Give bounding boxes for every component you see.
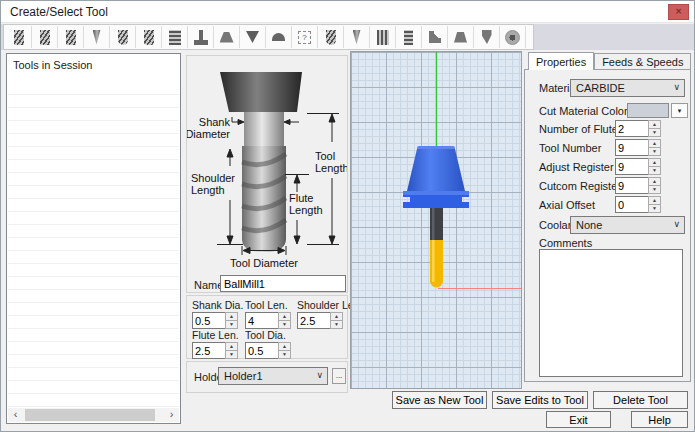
flute-len-input[interactable]: [192, 342, 225, 359]
tool-button-center-cutting-endmill[interactable]: [58, 26, 84, 48]
flute-len-stepper[interactable]: ▲▼: [192, 342, 238, 359]
axial-offset-stepper[interactable]: ▲▼: [615, 196, 661, 213]
tool-button-chamfer-mill[interactable]: [214, 26, 240, 48]
shoulder-len-down-icon[interactable]: ▼: [330, 321, 343, 329]
tool-button-ballnose-endmill[interactable]: [110, 26, 136, 48]
tool-shank: [430, 208, 443, 240]
tool-button-engraver[interactable]: [474, 26, 500, 48]
tool-button-flat-endmill[interactable]: [32, 26, 58, 48]
tool-button-dovetail-mill[interactable]: [448, 26, 474, 48]
scroll-right-icon[interactable]: ›: [164, 408, 179, 422]
cutcom-register-stepper[interactable]: ▲▼: [615, 177, 661, 194]
shank-dia-stepper[interactable]: ▲▼: [192, 312, 238, 329]
cutcom-register-down-icon[interactable]: ▼: [648, 186, 661, 194]
adjust-register-input[interactable]: [615, 158, 648, 175]
material-select[interactable]: CARBIDE: [570, 79, 685, 97]
create-select-tool-dialog: Create/Select Tool ✕ Tools in Session ‹ …: [0, 0, 695, 432]
tool-dia-stepper[interactable]: ▲▼: [245, 342, 291, 359]
exit-button[interactable]: Exit: [546, 411, 611, 428]
save-as-new-tool-button[interactable]: Save as New Tool: [392, 391, 487, 409]
tools-in-session-list[interactable]: Tools in Session ‹ ›: [6, 53, 181, 424]
comments-textarea[interactable]: [539, 249, 683, 377]
close-button[interactable]: ✕: [668, 4, 689, 20]
save-edits-to-tool-button[interactable]: Save Edits to Tool: [492, 391, 588, 409]
rough-endmill-icon: [14, 30, 24, 45]
flutes-down-icon[interactable]: ▼: [648, 129, 661, 137]
tool-flute-highlight: [432, 240, 435, 282]
tool-name-input[interactable]: [220, 275, 346, 292]
reamer-icon: [377, 30, 389, 45]
number-of-flutes-input[interactable]: [615, 120, 648, 137]
toolbar: [1, 24, 694, 50]
axial-offset-input[interactable]: [615, 196, 648, 213]
tool-button-corner-rounding[interactable]: [422, 26, 448, 48]
delete-tool-button[interactable]: Delete Tool: [593, 391, 688, 409]
tool-button-reamer[interactable]: [370, 26, 396, 48]
tool-button-custom-tool[interactable]: [292, 26, 318, 48]
tool-len-up-icon[interactable]: ▲: [278, 312, 291, 321]
adjust-register-up-icon[interactable]: ▲: [648, 158, 661, 167]
tool-button-face-mill[interactable]: [500, 26, 526, 48]
shank-dia-input[interactable]: [192, 312, 225, 329]
cut-material-color-dropdown[interactable]: ▾: [671, 103, 688, 118]
tab-properties[interactable]: Properties: [528, 52, 594, 70]
cut-material-color-swatch[interactable]: [627, 103, 669, 118]
tool-button-rough-endmill[interactable]: [6, 26, 32, 48]
shank-dia-down-icon[interactable]: ▼: [225, 321, 238, 329]
tool-button-bullnose-endmill[interactable]: [136, 26, 162, 48]
tool-button-radius-mill[interactable]: [266, 26, 292, 48]
tool-button-countersink[interactable]: [344, 26, 370, 48]
tool-number-input[interactable]: [615, 139, 648, 156]
shoulder-len-input[interactable]: [297, 312, 330, 329]
number-of-flutes-stepper[interactable]: ▲▼: [615, 120, 661, 137]
tool-len-stepper[interactable]: ▲▼: [245, 312, 291, 329]
flutes-up-icon[interactable]: ▲: [648, 120, 661, 129]
tool-button-t-slot-cutter[interactable]: [188, 26, 214, 48]
dimensions-group: Shank Dia. ▲▼ Tool Len. ▲▼ Shoulder Len.…: [186, 295, 348, 359]
tool-number-down-icon[interactable]: ▼: [648, 148, 661, 156]
tool-button-thread-mill[interactable]: [162, 26, 188, 48]
axial-offset-down-icon[interactable]: ▼: [648, 205, 661, 213]
tool-button-drill[interactable]: [84, 26, 110, 48]
flute-len-up-icon[interactable]: ▲: [225, 342, 238, 351]
tab-feeds-speeds[interactable]: Feeds & Speeds: [594, 53, 691, 70]
tool-3d-preview[interactable]: [350, 51, 522, 389]
scrollbar-thumb[interactable]: [25, 409, 155, 421]
tool-button-tapered-ballnose[interactable]: [318, 26, 344, 48]
bullnose-endmill-icon: [144, 30, 154, 45]
tool-len-down-icon[interactable]: ▼: [278, 321, 291, 329]
tool-dia-up-icon[interactable]: ▲: [278, 342, 291, 351]
tool-diagram-group: Shank Diameter Tool Length Shoulder Leng…: [186, 55, 348, 293]
tool-dia-input[interactable]: [245, 342, 278, 359]
flute-len-down-icon[interactable]: ▼: [225, 351, 238, 359]
tool-button-tap[interactable]: [396, 26, 422, 48]
shoulder-length-label-2: Length: [191, 184, 225, 196]
tools-list-rows[interactable]: [8, 82, 179, 407]
adjust-register-down-icon[interactable]: ▼: [648, 167, 661, 175]
holder-browse-button[interactable]: ...: [332, 368, 346, 384]
adjust-register-stepper[interactable]: ▲▼: [615, 158, 661, 175]
tool-len-input[interactable]: [245, 312, 278, 329]
shank-dia-up-icon[interactable]: ▲: [225, 312, 238, 321]
cutcom-register-input[interactable]: [615, 177, 648, 194]
cut-material-color-label: Cut Material Color: [539, 105, 628, 117]
holder-select[interactable]: Holder1: [218, 367, 328, 385]
axial-offset-up-icon[interactable]: ▲: [648, 196, 661, 205]
holder-cone: [407, 149, 465, 191]
number-of-flutes-label: Number of Flutes: [539, 123, 623, 135]
drill-icon: [93, 30, 101, 45]
properties-panel: Material CARBIDE Cut Material Color ▾ Nu…: [524, 69, 691, 382]
flute-len-label: Flute Len.: [192, 329, 239, 341]
tool-number-up-icon[interactable]: ▲: [648, 139, 661, 148]
tool-button-spot-drill[interactable]: [240, 26, 266, 48]
scroll-left-icon[interactable]: ‹: [8, 408, 23, 422]
tool-dia-down-icon[interactable]: ▼: [278, 351, 291, 359]
cutcom-register-up-icon[interactable]: ▲: [648, 177, 661, 186]
help-button[interactable]: Help: [631, 411, 688, 428]
tool-number-stepper[interactable]: ▲▼: [615, 139, 661, 156]
tools-list-hscrollbar[interactable]: ‹ ›: [8, 408, 179, 422]
coolant-select[interactable]: None: [570, 216, 685, 234]
shoulder-len-up-icon[interactable]: ▲: [330, 312, 343, 321]
tool-dimension-diagram: Shank Diameter Tool Length Shoulder Leng…: [187, 56, 347, 272]
shoulder-len-stepper[interactable]: ▲▼: [297, 312, 343, 329]
